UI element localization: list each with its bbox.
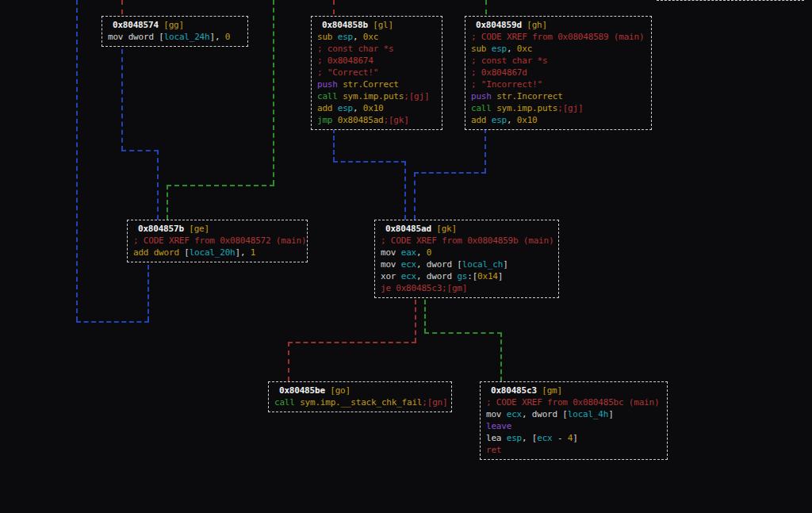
edge-gk-to-go (288, 342, 289, 381)
edge-top-to-gl (333, 0, 335, 14)
asm-line: mov eax, 0 (375, 247, 558, 258)
edge-top-to-gg (121, 0, 123, 14)
basic-block-go[interactable]: 0x80485be [go]call sym.imp.__stack_chk_f… (268, 381, 452, 412)
edge-top-to-gh (485, 0, 487, 14)
asm-line: call sym.imp.puts;[gj] (465, 102, 651, 114)
basic-block-gm[interactable]: 0x80485c3 [gm]; CODE XREF from 0x080485b… (480, 381, 668, 460)
asm-line: add dword [local_20h], 1 (128, 247, 307, 258)
block-title: 0x80485be [go] (269, 385, 451, 396)
edge-gk-to-go (288, 342, 416, 343)
basic-block-ge[interactable]: 0x804857b [ge]; CODE XREF from 0x0804857… (127, 220, 308, 262)
block-title: 0x804857b [ge] (128, 223, 307, 235)
block-address: 0x804859d (476, 20, 522, 30)
edge-gh-to-gk (485, 128, 486, 173)
edge-gk-to-gm (424, 300, 426, 333)
asm-line: ; const char *s (465, 55, 651, 67)
asm-line: ; CODE XREF from 0x0804859b (main) (375, 235, 558, 247)
asm-line: ; 0x804867d (465, 67, 651, 78)
basic-block-gk[interactable]: 0x80485ad [gk]; CODE XREF from 0x0804859… (374, 220, 559, 298)
edge-gl-to-gk (333, 161, 406, 163)
block-address: 0x804858b (322, 20, 368, 30)
asm-line: mov ecx, dword [local_4h] (481, 408, 667, 420)
asm-line: push str.Correct (312, 78, 442, 90)
asm-line: ; const char *s (312, 43, 442, 55)
block-tag: [go] (325, 385, 350, 396)
block-tag: [gl] (368, 20, 393, 30)
edge-gl-to-gk (404, 161, 406, 220)
block-address: 0x80485c3 (491, 385, 537, 396)
basic-block-gg[interactable]: 0x8048574 [gg]mov dword [local_24h], 0 (102, 16, 248, 47)
asm-line: je 0x80485c3;[gm] (375, 282, 558, 294)
edge-ge-to-top (76, 321, 149, 323)
asm-line: ; "Correct!" (312, 67, 442, 78)
asm-line: mov dword [local_24h], 0 (102, 31, 247, 43)
asm-line: ; "Incorrect!" (465, 78, 651, 90)
block-title: 0x80485c3 [gm] (481, 385, 667, 396)
asm-line: xor ecx, dword gs:[0x14] (375, 270, 558, 282)
block-title: 0x804858b [gl] (312, 19, 442, 31)
basic-block-gh[interactable]: 0x804859d [gh]; CODE XREF from 0x0804858… (465, 16, 652, 130)
edge-gk-to-gm (424, 332, 502, 334)
edge-gl-to-gk (333, 128, 335, 162)
asm-line: ; CODE XREF from 0x080485bc (main) (481, 396, 667, 408)
offscreen-block-border (657, 0, 804, 1)
edge-gg-to-ge (121, 150, 159, 151)
block-title: 0x804859d [gh] (465, 19, 651, 31)
block-address: 0x80485be (279, 385, 325, 396)
block-tag: [ge] (184, 224, 209, 234)
block-address: 0x80485ad (385, 224, 431, 234)
block-address: 0x804857b (138, 224, 184, 234)
block-tag: [gg] (159, 20, 184, 30)
asm-line: push str.Incorrect (465, 90, 651, 102)
asm-line: add esp, 0x10 (312, 102, 442, 114)
asm-line: leave (481, 420, 667, 432)
asm-line: lea esp, [ecx - 4] (481, 432, 667, 444)
edge-ge-to-top (76, 0, 78, 321)
asm-line: add esp, 0x10 (465, 114, 651, 126)
edge-gk-to-gm (500, 332, 502, 381)
graph-view[interactable]: 0x8048574 [gg]mov dword [local_24h], 00x… (0, 0, 812, 513)
edge-gg-to-ge (157, 150, 159, 220)
edge-gh-to-gk (414, 172, 416, 220)
block-title: 0x8048574 [gg] (102, 19, 247, 31)
edge-gh-to-gk (414, 172, 486, 174)
edge-gk-to-go (415, 300, 416, 343)
block-tag: [gh] (522, 20, 547, 30)
asm-line: ; CODE XREF from 0x08048589 (main) (465, 31, 651, 43)
block-title: 0x80485ad [gk] (375, 223, 558, 235)
edge-top-to-ge (273, 0, 274, 185)
asm-line: sub esp, 0xc (312, 31, 442, 43)
asm-line: sub esp, 0xc (465, 43, 651, 55)
edge-ge-to-top (147, 265, 149, 321)
basic-block-gl[interactable]: 0x804858b [gl]sub esp, 0xc; const char *… (311, 16, 442, 130)
edge-gg-to-ge (121, 49, 123, 151)
asm-line: ; 0x8048674 (312, 55, 442, 67)
block-address: 0x8048574 (113, 20, 159, 30)
asm-line: mov ecx, dword [local_ch] (375, 258, 558, 270)
block-tag: [gm] (537, 385, 562, 396)
asm-line: ret (481, 444, 667, 456)
block-tag: [gk] (431, 224, 457, 234)
edge-top-to-ge (167, 185, 168, 220)
asm-line: call sym.imp.__stack_chk_fail;[gn] (269, 396, 451, 408)
asm-line: ; CODE XREF from 0x08048572 (main) (128, 235, 307, 247)
asm-line: jmp 0x80485ad;[gk] (312, 114, 442, 126)
asm-line: call sym.imp.puts;[gj] (312, 90, 442, 102)
edge-top-to-ge (167, 185, 274, 186)
